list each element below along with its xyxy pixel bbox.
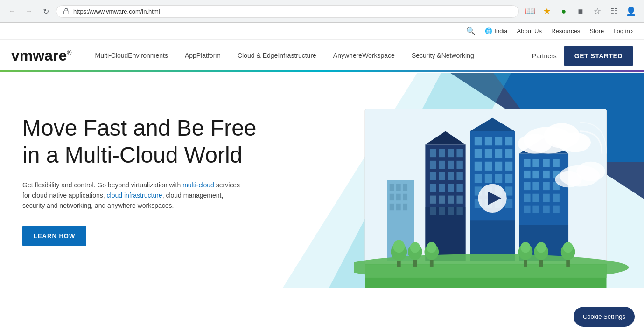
nav-links: Multi-Cloud Environments App Platform Cl… xyxy=(87,39,532,73)
svg-rect-90 xyxy=(553,206,560,213)
svg-point-117 xyxy=(518,134,552,153)
reload-button[interactable]: ↻ xyxy=(39,5,52,18)
svg-rect-77 xyxy=(543,171,549,178)
svg-rect-19 xyxy=(430,149,436,157)
nav-gradient-bar xyxy=(0,70,644,72)
sidebar-button[interactable]: ☷ xyxy=(607,4,622,19)
svg-rect-21 xyxy=(448,149,454,157)
svg-rect-12 xyxy=(396,194,401,200)
svg-rect-51 xyxy=(495,149,502,158)
region-selector[interactable]: 🌐 India xyxy=(485,27,507,34)
svg-rect-89 xyxy=(543,206,549,213)
cloud-infra-link[interactable]: cloud infrastructure xyxy=(107,192,162,199)
nav-security-networking[interactable]: Security & Networking xyxy=(403,39,483,73)
svg-rect-32 xyxy=(439,184,445,192)
svg-rect-37 xyxy=(448,196,454,204)
svg-rect-9 xyxy=(396,184,401,191)
hero-description: Get flexibility and control. Go beyond v… xyxy=(22,180,246,211)
svg-rect-10 xyxy=(403,184,407,191)
back-button[interactable]: ← xyxy=(6,5,19,18)
svg-rect-83 xyxy=(524,194,530,202)
nav-app-platform[interactable]: App Platform xyxy=(176,39,229,73)
svg-rect-88 xyxy=(532,206,539,213)
svg-rect-33 xyxy=(448,184,454,192)
svg-rect-81 xyxy=(543,182,549,190)
svg-rect-26 xyxy=(456,161,462,169)
profile-button[interactable]: 👤 xyxy=(623,4,638,19)
svg-rect-86 xyxy=(553,194,560,202)
svg-rect-35 xyxy=(430,196,436,204)
svg-rect-74 xyxy=(553,159,560,167)
svg-rect-55 xyxy=(495,162,502,171)
svg-point-114 xyxy=(563,242,573,253)
get-started-button[interactable]: GET STARTED xyxy=(564,46,633,66)
svg-rect-30 xyxy=(456,172,462,180)
svg-point-121 xyxy=(555,171,582,188)
svg-rect-87 xyxy=(524,206,530,213)
svg-rect-56 xyxy=(505,162,512,171)
svg-rect-28 xyxy=(439,172,445,180)
nav-cloud-edge[interactable]: Cloud & Edge Infrastructure xyxy=(229,39,325,73)
svg-rect-46 xyxy=(485,137,492,145)
svg-rect-31 xyxy=(430,184,436,192)
svg-point-108 xyxy=(521,242,531,253)
svg-rect-8 xyxy=(390,184,394,191)
svg-rect-60 xyxy=(505,174,512,183)
nav-multi-cloud[interactable]: Multi-Cloud Environments xyxy=(87,39,176,73)
partners-link[interactable]: Partners xyxy=(532,52,557,60)
svg-rect-50 xyxy=(485,149,492,158)
forward-button[interactable]: → xyxy=(22,5,35,18)
browser-chrome: ← → ↻ https://www.vmware.com/in.html 📖 ★… xyxy=(0,0,644,23)
logo-area: vmware® xyxy=(11,47,72,64)
chevron-right-icon: › xyxy=(631,27,633,34)
svg-point-102 xyxy=(410,242,420,253)
address-bar[interactable]: https://www.vmware.com/in.html xyxy=(56,5,519,18)
search-icon[interactable]: 🔍 xyxy=(466,27,476,35)
browser-toolbar: ← → ↻ https://www.vmware.com/in.html 📖 ★… xyxy=(0,0,644,22)
city-illustration xyxy=(354,73,644,288)
svg-rect-15 xyxy=(396,204,401,210)
about-us-link[interactable]: About Us xyxy=(517,27,542,34)
svg-rect-54 xyxy=(485,162,492,171)
svg-rect-79 xyxy=(524,182,530,190)
nav-anywhere-workspace[interactable]: Anywhere Workspace xyxy=(325,39,403,73)
resources-link[interactable]: Resources xyxy=(551,27,580,34)
svg-rect-84 xyxy=(532,194,539,202)
svg-point-118 xyxy=(560,132,591,152)
hero-right xyxy=(354,73,644,288)
extension2-button[interactable]: ■ xyxy=(573,4,588,19)
svg-rect-53 xyxy=(475,162,482,171)
svg-rect-52 xyxy=(505,149,512,158)
svg-rect-25 xyxy=(448,161,454,169)
favorites-bar-button[interactable]: ☆ xyxy=(590,4,605,19)
multi-cloud-link[interactable]: multi-cloud xyxy=(182,181,214,189)
svg-rect-57 xyxy=(475,174,482,183)
store-link[interactable]: Store xyxy=(589,27,604,34)
svg-rect-64 xyxy=(505,186,512,195)
hero-section: Move Fast and Be Free in a Multi-Cloud W… xyxy=(0,73,644,288)
region-label: India xyxy=(494,27,507,34)
svg-rect-71 xyxy=(524,159,530,167)
svg-rect-24 xyxy=(439,161,445,169)
svg-rect-76 xyxy=(532,171,539,178)
svg-rect-73 xyxy=(543,159,549,167)
main-nav: vmware® Multi-Cloud Environments App Pla… xyxy=(0,40,644,73)
svg-rect-47 xyxy=(495,137,502,145)
logo[interactable]: vmware® xyxy=(11,47,72,64)
favorites-button[interactable]: ★ xyxy=(539,4,554,19)
svg-rect-49 xyxy=(475,149,482,158)
extension1-button[interactable]: ● xyxy=(556,4,571,19)
url-text: https://www.vmware.com/in.html xyxy=(73,8,160,15)
svg-rect-75 xyxy=(524,171,530,178)
globe-icon: 🌐 xyxy=(485,27,492,34)
reader-mode-button[interactable]: 📖 xyxy=(523,4,538,19)
svg-rect-36 xyxy=(439,196,445,204)
svg-rect-16 xyxy=(403,204,407,210)
svg-rect-58 xyxy=(485,174,492,183)
learn-how-button[interactable]: LEARN HOW xyxy=(22,226,86,246)
login-button[interactable]: Log in › xyxy=(613,27,633,34)
svg-rect-85 xyxy=(543,194,549,202)
svg-rect-27 xyxy=(430,172,436,180)
svg-rect-22 xyxy=(456,149,462,157)
svg-point-99 xyxy=(393,240,405,253)
